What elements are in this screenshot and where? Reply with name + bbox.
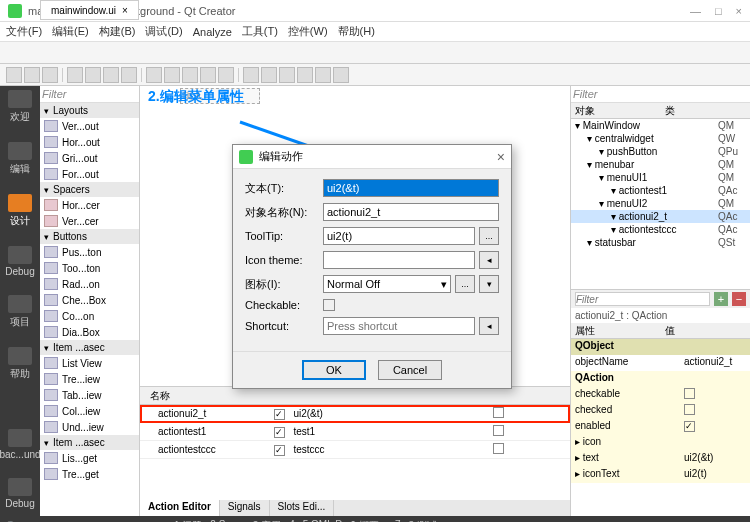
widget-item[interactable]: Pus...ton: [40, 244, 139, 260]
editor-tab[interactable]: Slots Edi...: [270, 500, 335, 516]
widget-item[interactable]: List View: [40, 355, 139, 371]
widget-item[interactable]: Che...Box: [40, 292, 139, 308]
prop-filter-input[interactable]: [575, 292, 710, 306]
editor-tab[interactable]: Signals: [220, 500, 270, 516]
tree-row[interactable]: ▾ menubarQM: [571, 158, 750, 171]
widget-item[interactable]: Rad...on: [40, 276, 139, 292]
prop-row[interactable]: QObject: [571, 339, 750, 355]
action-row[interactable]: actionui2_tui2(&t): [140, 405, 570, 423]
icontheme-input[interactable]: [323, 251, 475, 269]
mode-Debug[interactable]: Debug: [5, 478, 34, 509]
tree-row[interactable]: ▾ actionui2_tQAc: [571, 210, 750, 223]
prop-row[interactable]: ▸ icon: [571, 435, 750, 451]
checkable-checkbox[interactable]: [323, 299, 335, 311]
text-input[interactable]: [323, 179, 499, 197]
toolbar-icon[interactable]: [42, 67, 58, 83]
cancel-button[interactable]: Cancel: [378, 360, 442, 380]
toolbar-icon[interactable]: [164, 67, 180, 83]
menu-item[interactable]: Analyze: [193, 26, 232, 38]
add-prop-button[interactable]: +: [714, 292, 728, 306]
mode-设计[interactable]: 设计: [8, 194, 32, 228]
maximize-button[interactable]: □: [715, 5, 722, 17]
icon-combo[interactable]: Normal Off▾: [323, 275, 451, 293]
prop-row[interactable]: QAction: [571, 371, 750, 387]
mode-帮助[interactable]: 帮助: [8, 347, 32, 381]
mode-欢迎[interactable]: 欢迎: [8, 90, 32, 124]
tree-row[interactable]: ▾ pushButtonQPu: [571, 145, 750, 158]
dialog-close-button[interactable]: ×: [497, 149, 505, 165]
close-button[interactable]: ×: [736, 5, 742, 17]
widget-item[interactable]: Tre...iew: [40, 371, 139, 387]
remove-prop-button[interactable]: −: [732, 292, 746, 306]
toolbar-icon[interactable]: [182, 67, 198, 83]
toolbar-icon[interactable]: [243, 67, 259, 83]
toolbar-icon[interactable]: [103, 67, 119, 83]
menu-item[interactable]: 文件(F): [6, 24, 42, 39]
tree-row[interactable]: ▾ menuUI1QM: [571, 171, 750, 184]
tooltip-input[interactable]: [323, 227, 475, 245]
toolbar-icon[interactable]: [146, 67, 162, 83]
shortcut-clear-button[interactable]: ◂: [479, 317, 499, 335]
toolbar-icon[interactable]: [200, 67, 216, 83]
toolbar-icon[interactable]: [85, 67, 101, 83]
toolbar-icon[interactable]: [297, 67, 313, 83]
toolbar-icon[interactable]: [315, 67, 331, 83]
widget-category[interactable]: ▾Buttons: [40, 229, 139, 244]
widget-item[interactable]: Gri...out: [40, 150, 139, 166]
toolbar-icon[interactable]: [6, 67, 22, 83]
close-tab-icon[interactable]: ×: [122, 5, 128, 16]
widget-item[interactable]: Tab...iew: [40, 387, 139, 403]
icontheme-reset-button[interactable]: ◂: [479, 251, 499, 269]
menu-item[interactable]: 编辑(E): [52, 24, 89, 39]
widget-item[interactable]: Hor...out: [40, 134, 139, 150]
icon-dropdown-button[interactable]: ▾: [479, 275, 499, 293]
tree-row[interactable]: ▾ actiontest1QAc: [571, 184, 750, 197]
prop-row[interactable]: checkable: [571, 387, 750, 403]
shortcut-input[interactable]: [323, 317, 475, 335]
ok-button[interactable]: OK: [302, 360, 366, 380]
widget-item[interactable]: Und...iew: [40, 419, 139, 435]
toolbar-icon[interactable]: [279, 67, 295, 83]
widget-category[interactable]: ▾Spacers: [40, 182, 139, 197]
widget-item[interactable]: Dia..Box: [40, 324, 139, 340]
prop-row[interactable]: enabled: [571, 419, 750, 435]
widget-item[interactable]: Co...on: [40, 308, 139, 324]
toolbar-icon[interactable]: [121, 67, 137, 83]
toolbar-icon[interactable]: [333, 67, 349, 83]
menu-item[interactable]: 控件(W): [288, 24, 328, 39]
menu-item[interactable]: 帮助(H): [338, 24, 375, 39]
obj-filter[interactable]: Filter: [571, 86, 750, 103]
mode-编辑[interactable]: 编辑: [8, 142, 32, 176]
minimize-button[interactable]: —: [690, 5, 701, 17]
prop-row[interactable]: ▸ textui2(&t): [571, 451, 750, 467]
widget-item[interactable]: Col...iew: [40, 403, 139, 419]
widget-category[interactable]: ▾Item ...asec: [40, 435, 139, 450]
action-row[interactable]: actiontestccctestccc: [140, 441, 570, 459]
toolbar-icon[interactable]: [218, 67, 234, 83]
widget-filter[interactable]: Filter: [40, 86, 139, 103]
mode-bac...und[interactable]: bac...und: [0, 429, 41, 460]
widget-item[interactable]: For...out: [40, 166, 139, 182]
tree-row[interactable]: ▾ centralwidgetQW: [571, 132, 750, 145]
toolbar-icon[interactable]: [24, 67, 40, 83]
widget-item[interactable]: Tre...get: [40, 466, 139, 482]
widget-item[interactable]: Too...ton: [40, 260, 139, 276]
mode-Debug[interactable]: Debug: [5, 246, 34, 277]
file-tab[interactable]: mainwindow.ui ×: [40, 0, 139, 20]
toolbar-icon[interactable]: [67, 67, 83, 83]
widget-item[interactable]: Ver...cer: [40, 213, 139, 229]
tree-row[interactable]: ▾ menuUI2QM: [571, 197, 750, 210]
menu-item[interactable]: 工具(T): [242, 24, 278, 39]
prop-row[interactable]: ▸ iconTextui2(t): [571, 467, 750, 483]
widget-category[interactable]: ▾Item ...asec: [40, 340, 139, 355]
objectname-input[interactable]: [323, 203, 499, 221]
widget-item[interactable]: Ver...out: [40, 118, 139, 134]
menu-item[interactable]: 构建(B): [99, 24, 136, 39]
toolbar-icon[interactable]: [261, 67, 277, 83]
tree-row[interactable]: ▾ statusbarQSt: [571, 236, 750, 249]
action-row[interactable]: actiontest1test1: [140, 423, 570, 441]
icon-more-button[interactable]: ...: [455, 275, 475, 293]
widget-category[interactable]: ▾Layouts: [40, 103, 139, 118]
mode-项目[interactable]: 项目: [8, 295, 32, 329]
tooltip-more-button[interactable]: ...: [479, 227, 499, 245]
